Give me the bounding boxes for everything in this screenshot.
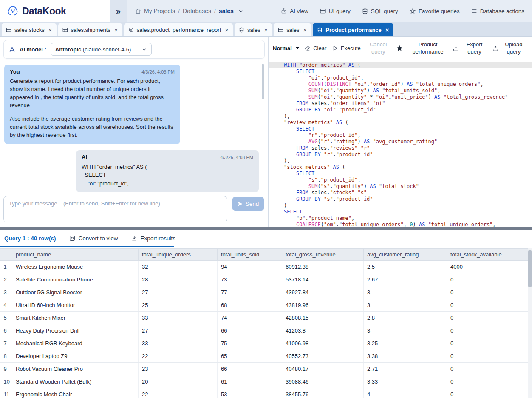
code-line[interactable]: "s"."product_id", — [269, 177, 532, 183]
column-header-product_name[interactable]: product_name — [12, 249, 139, 261]
column-header-total_gross_revenue[interactable]: total_gross_revenue — [282, 249, 364, 261]
code-line[interactable]: SELECT — [269, 171, 532, 177]
results-scrollbar[interactable] — [528, 248, 532, 398]
table-cell[interactable]: 0 — [447, 312, 532, 324]
breadcrumb-my-projects[interactable]: My Projects — [144, 8, 175, 14]
close-icon[interactable]: × — [225, 26, 229, 34]
collapse-sidebar-button[interactable]: » — [110, 0, 127, 22]
code-line[interactable]: "stock_metrics" AS ( — [269, 164, 532, 171]
table-cell[interactable]: 0 — [447, 273, 532, 286]
breadcrumb-databases[interactable]: Databases — [183, 8, 211, 14]
code-line[interactable]: "p"."product_name", — [269, 215, 532, 222]
close-icon[interactable]: × — [303, 26, 307, 34]
tab-sales-shipments[interactable]: sales.shipments× — [58, 23, 122, 36]
upload-query-button[interactable]: Upload query — [492, 41, 526, 55]
table-cell[interactable]: 0 — [447, 299, 532, 312]
close-icon[interactable]: × — [48, 26, 52, 34]
code-line[interactable]: ) — [269, 202, 532, 209]
execute-button[interactable]: Execute — [332, 45, 361, 51]
sql-code-editor[interactable]: WITH "order_metrics" AS ( SELECT "oi"."p… — [269, 60, 532, 227]
table-cell[interactable]: 25 — [139, 299, 218, 312]
editor-mode-dropdown[interactable]: Normal — [273, 45, 299, 51]
table-cell[interactable]: 0 — [447, 324, 532, 337]
column-header-total_unique_orders[interactable]: total_unique_orders — [139, 249, 218, 261]
results-scrollbar-thumb[interactable] — [528, 250, 532, 287]
table-cell[interactable]: Ergonomic Mesh Chair — [12, 388, 139, 398]
code-line[interactable]: ), — [269, 113, 532, 119]
table-cell[interactable]: 33 — [139, 312, 218, 324]
code-line[interactable]: GROUP BY "oi"."product_id" — [269, 107, 532, 113]
code-line[interactable]: WITH "order_metrics" AS ( — [269, 62, 532, 68]
chevron-down-icon[interactable] — [238, 8, 244, 14]
table-cell[interactable]: 68 — [218, 299, 282, 312]
table-cell[interactable]: 60912.38 — [282, 261, 364, 273]
table-cell[interactable]: 74 — [218, 312, 282, 324]
table-cell[interactable]: 2.8 — [364, 312, 447, 324]
table-cell[interactable]: 2.71 — [364, 363, 447, 375]
code-line[interactable]: SUM("oi"."quantity") AS "total_units_sol… — [269, 88, 532, 94]
tab-sales[interactable]: sales× — [274, 23, 311, 36]
tab-sales[interactable]: sales× — [235, 23, 272, 36]
table-cell[interactable]: 20 — [139, 375, 218, 388]
code-line[interactable]: "review_metrics" AS ( — [269, 119, 532, 126]
ai-model-select[interactable]: Anthropic (claude-sonnet-4-6) — [51, 43, 152, 56]
code-line[interactable]: SELECT — [269, 68, 532, 75]
table-cell[interactable]: 27 — [139, 324, 218, 337]
table-cell[interactable]: 27 — [139, 286, 218, 299]
table-cell[interactable]: Developer Laptop Z9 — [12, 350, 139, 363]
tab-sales-stocks[interactable]: sales.stocks× — [2, 23, 57, 36]
column-header-total_stock_available[interactable]: total_stock_available — [447, 249, 532, 261]
table-cell[interactable]: 41006.98 — [282, 337, 364, 350]
table-cell[interactable]: 0 — [447, 350, 532, 363]
favorite-queries-button[interactable]: Favorite queries — [409, 8, 460, 14]
code-line[interactable]: FROM sales."reviews" "r" — [269, 145, 532, 151]
table-cell[interactable]: 3 — [364, 324, 447, 337]
table-cell[interactable]: Robot Vacuum Cleaner Pro — [12, 363, 139, 375]
table-cell[interactable]: 3.25 — [364, 337, 447, 350]
table-cell[interactable]: 23 — [139, 363, 218, 375]
code-line[interactable]: SUM("oi"."quantity" * "oi"."unit_price")… — [269, 94, 532, 100]
table-cell[interactable]: 41203.8 — [282, 324, 364, 337]
table-cell[interactable]: Smart Kitchen Mixer — [12, 312, 139, 324]
send-button[interactable]: Send — [232, 197, 264, 211]
table-cell[interactable]: 66 — [218, 324, 282, 337]
table-cell[interactable]: 28 — [139, 273, 218, 286]
table-cell[interactable]: 61 — [218, 375, 282, 388]
table-cell[interactable]: 0 — [447, 375, 532, 388]
export-results-button[interactable]: Export results — [131, 235, 176, 242]
table-cell[interactable]: 0 — [447, 286, 532, 299]
table-cell[interactable]: Outdoor 5G Signal Booster — [12, 286, 139, 299]
table-cell[interactable]: 2.67 — [364, 273, 447, 286]
code-line[interactable]: SELECT — [269, 126, 532, 132]
export-query-button[interactable]: Export query — [453, 41, 487, 55]
table-cell[interactable]: 75 — [218, 337, 282, 350]
table-cell[interactable]: 4 — [364, 388, 447, 398]
code-line[interactable]: "r"."product_id", — [269, 132, 532, 139]
table-cell[interactable]: 0 — [447, 363, 532, 375]
code-line[interactable]: AVG("r"."rating") AS "avg_customer_ratin… — [269, 139, 532, 145]
clear-button[interactable]: Clear — [304, 45, 326, 51]
ai-view-button[interactable]: AI view — [280, 8, 308, 14]
table-cell[interactable]: 0 — [447, 388, 532, 398]
table-cell[interactable]: 4000 — [447, 261, 532, 273]
table-cell[interactable]: 32 — [139, 261, 218, 273]
table-cell[interactable]: 3 — [364, 299, 447, 312]
code-line[interactable]: COALESCE("om"."total_unique_orders", 0) … — [269, 222, 532, 227]
table-cell[interactable]: 42808.15 — [282, 312, 364, 324]
table-cell[interactable]: Satellite Communication Phone — [12, 273, 139, 286]
code-line[interactable]: FROM sales."stocks" "s" — [269, 190, 532, 196]
close-icon[interactable]: × — [114, 26, 118, 34]
code-line[interactable]: GROUP BY "r"."product_id" — [269, 151, 532, 158]
convert-to-view-button[interactable]: Convert to view — [69, 235, 118, 242]
table-cell[interactable]: 43927.84 — [282, 286, 364, 299]
table-cell[interactable]: 40480.17 — [282, 363, 364, 375]
table-cell[interactable]: 3.38 — [364, 350, 447, 363]
table-cell[interactable]: 22 — [139, 350, 218, 363]
table-cell[interactable]: 3.33 — [364, 375, 447, 388]
code-line[interactable]: FROM sales."order_items" "oi" — [269, 100, 532, 107]
ui-query-button[interactable]: UI query — [320, 8, 351, 14]
cancel-query-button[interactable]: Cancel query — [366, 41, 391, 55]
table-cell[interactable]: 3 — [364, 286, 447, 299]
table-cell[interactable]: Wireless Ergonomic Mouse — [12, 261, 139, 273]
table-cell[interactable]: 66 — [218, 363, 282, 375]
